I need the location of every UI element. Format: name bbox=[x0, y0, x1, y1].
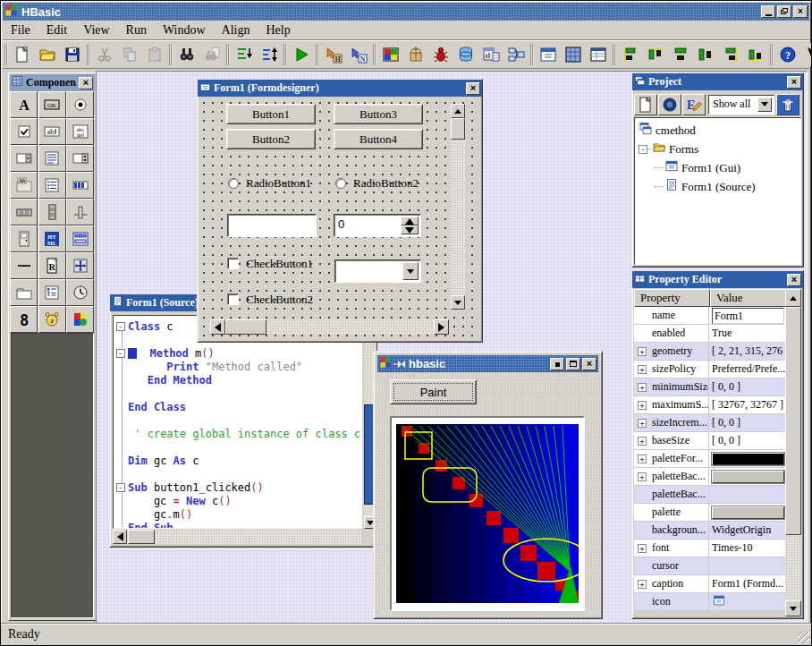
minimize-button[interactable] bbox=[761, 5, 775, 18]
debug-button[interactable] bbox=[429, 43, 453, 66]
insert-method-button[interactable] bbox=[233, 43, 256, 66]
color-swatch[interactable] bbox=[712, 453, 784, 465]
save-file-button[interactable] bbox=[61, 43, 84, 66]
property-expand-icon[interactable]: + bbox=[638, 419, 647, 428]
property-row-icon[interactable]: icon bbox=[634, 593, 787, 611]
paint-button[interactable]: Paint bbox=[390, 379, 477, 404]
property-row-maximumS[interactable]: +maximumS...[ 32767, 32767 ] bbox=[634, 396, 787, 414]
property-value-cell[interactable]: Form1 (Formd... bbox=[709, 575, 787, 592]
property-value-cell[interactable]: [ 0, 0 ] bbox=[709, 414, 787, 431]
property-name-cell[interactable]: +baseSize bbox=[634, 432, 709, 449]
designed-lineedit[interactable] bbox=[227, 214, 317, 237]
property-name-cell[interactable]: +geometry bbox=[634, 343, 709, 360]
property-vscroll-thumb[interactable] bbox=[785, 307, 801, 535]
align-top-button[interactable] bbox=[644, 43, 667, 66]
code-line[interactable]: End Sub bbox=[114, 522, 361, 529]
color-swatch[interactable] bbox=[712, 471, 784, 483]
palette-scrollbar-horizontal-button[interactable] bbox=[10, 199, 38, 225]
palette-lineedit-button[interactable]: ab bbox=[38, 118, 66, 145]
property-value-cell[interactable]: WidgetOrigin bbox=[709, 522, 787, 539]
property-row-caption[interactable]: +captionForm1 (Formd... bbox=[634, 575, 787, 593]
output-title-bar[interactable]: hbasic × bbox=[377, 355, 598, 372]
property-row-baseSize[interactable]: +baseSize[ 0, 0 ] bbox=[634, 432, 787, 450]
property-vscrollbar[interactable] bbox=[785, 289, 801, 616]
property-value-editor[interactable]: Form1 bbox=[712, 308, 784, 324]
spinbox-arrows[interactable] bbox=[401, 217, 419, 234]
new-file-button[interactable] bbox=[11, 43, 34, 66]
property-name-cell[interactable]: +font bbox=[634, 540, 709, 557]
property-row-sizePolicy[interactable]: +sizePolicyPreferred/Prefe... bbox=[634, 361, 787, 378]
toolbar-handle[interactable] bbox=[530, 44, 534, 65]
property-value-cell[interactable]: Form1 bbox=[709, 307, 787, 324]
compile-native-button[interactable]: N bbox=[347, 43, 370, 66]
property-value-cell[interactable]: [ 0, 0 ] bbox=[709, 432, 787, 449]
property-value-cell[interactable] bbox=[709, 486, 787, 503]
toolbar-handle[interactable] bbox=[4, 44, 8, 65]
code-line[interactable]: End Method bbox=[114, 374, 361, 387]
palette-scrollbar-vertical-button[interactable] bbox=[38, 199, 66, 225]
palette-clock-button[interactable] bbox=[66, 279, 94, 306]
property-value-cell[interactable] bbox=[709, 593, 787, 610]
menu-item-run[interactable]: Run bbox=[118, 22, 155, 38]
palette-listbox-button[interactable] bbox=[38, 145, 66, 172]
palette-close-icon[interactable]: × bbox=[79, 77, 93, 89]
code-line[interactable]: Dim gc As c bbox=[114, 455, 361, 468]
tree-item-form1-gui-[interactable]: Form1 (Gui) bbox=[635, 158, 800, 177]
palette-title-bar[interactable]: Componen... × bbox=[10, 74, 95, 91]
property-value-cell[interactable]: [ 0, 0 ] bbox=[709, 378, 787, 395]
property-row-minimumSize[interactable]: +minimumSize[ 0, 0 ] bbox=[634, 378, 787, 396]
toolbar-handle[interactable] bbox=[316, 44, 319, 65]
property-name-cell[interactable]: icon bbox=[634, 593, 709, 610]
property-expand-icon[interactable]: + bbox=[638, 347, 647, 356]
property-name-cell[interactable]: +paletteBac... bbox=[634, 468, 709, 485]
property-name-cell[interactable]: name bbox=[634, 307, 709, 324]
designed-checkbutton2-box[interactable] bbox=[227, 293, 239, 305]
property-expand-icon[interactable]: + bbox=[638, 580, 647, 589]
palette-tabwidget-button[interactable] bbox=[10, 279, 38, 306]
property-expand-icon[interactable]: + bbox=[638, 365, 647, 374]
tree-item-cmethod[interactable]: cmethod bbox=[635, 121, 800, 140]
tree-item-forms[interactable]: -Forms bbox=[635, 140, 800, 158]
fold-marker-icon[interactable]: - bbox=[116, 483, 125, 492]
open-file-button[interactable] bbox=[36, 43, 59, 66]
toolbar-handle[interactable] bbox=[226, 44, 230, 65]
cut-button-disabled[interactable] bbox=[93, 43, 116, 66]
property-row-cursor[interactable]: cursor bbox=[634, 557, 787, 575]
code-line[interactable]: - Method m() bbox=[114, 347, 361, 361]
palette-checkbox-button[interactable] bbox=[10, 118, 38, 145]
palette-pushbutton-button[interactable]: OK bbox=[38, 91, 66, 118]
combobox-arrow-icon[interactable] bbox=[402, 262, 419, 280]
code-line[interactable]: Print "Method called" bbox=[114, 361, 361, 374]
palette-listview-button[interactable] bbox=[38, 172, 66, 199]
package-button[interactable] bbox=[404, 43, 427, 66]
palette-spinbox-button[interactable] bbox=[66, 145, 94, 172]
menu-item-view[interactable]: View bbox=[75, 22, 117, 38]
property-value-cell[interactable] bbox=[709, 468, 787, 485]
menu-item-edit[interactable]: Edit bbox=[38, 22, 75, 38]
palette-lcdnumber-button[interactable]: 8 bbox=[10, 306, 38, 333]
property-value-cell[interactable] bbox=[709, 504, 787, 521]
window-grid-button[interactable] bbox=[562, 43, 585, 66]
designed-radiobutton2-circle[interactable] bbox=[335, 178, 346, 189]
menu-item-window[interactable]: Window bbox=[155, 22, 214, 38]
tree-expander-icon[interactable]: - bbox=[639, 145, 647, 154]
align-right-button[interactable] bbox=[719, 43, 742, 66]
code-line[interactable] bbox=[114, 441, 361, 455]
fold-marker-icon[interactable]: - bbox=[116, 349, 125, 358]
toolbar-handle[interactable] bbox=[169, 44, 173, 65]
whats-this-button[interactable]: ? bbox=[801, 43, 812, 66]
palette-buttongroup-button[interactable]: Ab bbox=[10, 172, 38, 199]
align-bottom-button[interactable] bbox=[744, 43, 767, 66]
property-name-cell[interactable]: +sizeIncrem... bbox=[634, 414, 709, 431]
compile-hbasic-button[interactable]: H bbox=[322, 43, 345, 66]
main-title-bar[interactable]: HBasic × bbox=[3, 3, 809, 21]
property-name-cell[interactable]: +maximumS... bbox=[634, 396, 709, 413]
project-new-file-button[interactable] bbox=[634, 94, 657, 115]
property-row-paletteBac[interactable]: +paletteBac... bbox=[634, 468, 787, 486]
code-line[interactable]: gc = New c() bbox=[114, 495, 361, 508]
designed-checkbutton1-box[interactable] bbox=[227, 258, 239, 269]
property-row-sizeIncrem[interactable]: +sizeIncrem...[ 0, 0 ] bbox=[634, 414, 787, 432]
form-designer-close-icon[interactable]: × bbox=[466, 82, 480, 95]
designed-hscrollbar[interactable] bbox=[210, 319, 449, 335]
project-object-viewer-button[interactable] bbox=[658, 94, 681, 115]
